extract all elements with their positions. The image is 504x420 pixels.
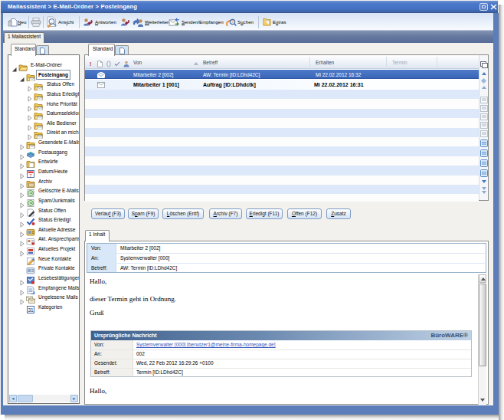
svg-text:31: 31 bbox=[28, 307, 34, 313]
